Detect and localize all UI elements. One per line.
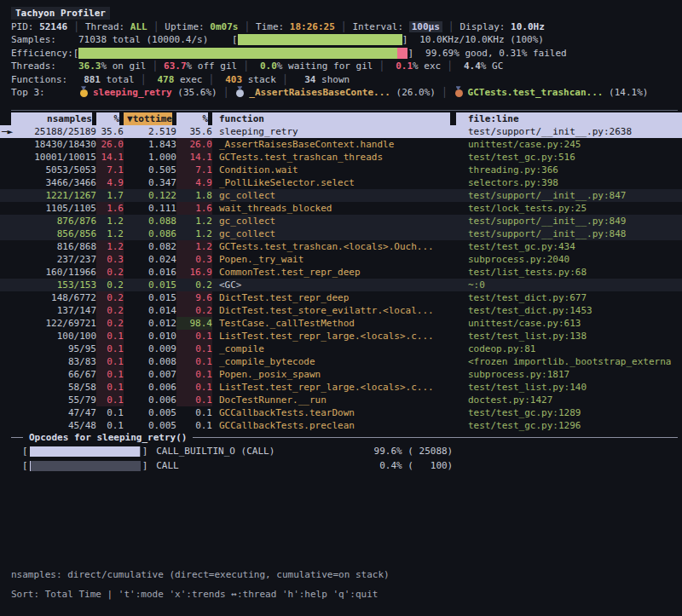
table-row[interactable]: 1221/12671.70.1221.8gc_collecttest/suppo…	[0, 189, 682, 202]
function-name-cell: Popen._posix_spawn	[212, 368, 456, 381]
table-row[interactable]: 160/119660.20.01616.9CommonTest.test_rep…	[0, 266, 682, 279]
pct-cumulative-cell: 98.4	[176, 317, 212, 330]
file-line-cell: test/test_gc.py:1296	[456, 419, 682, 432]
thread-stat-unit: % GC	[481, 60, 504, 72]
column-header-pct-cumulative[interactable]: %	[176, 112, 212, 125]
column-header-nsamples[interactable]: nsamples	[11, 112, 96, 125]
function-name-cell: gc_collect	[212, 227, 456, 240]
pct-direct-cell: 0.1	[96, 419, 124, 432]
pct-direct-cell: 4.9	[96, 176, 124, 189]
function-name-cell: GCCallbackTests.preclean	[212, 419, 456, 432]
table-row[interactable]: 10001/1001514.11.00014.1GCTests.test_tra…	[0, 151, 682, 164]
column-header-pct-direct[interactable]: %	[96, 112, 124, 125]
tottime-cell: 0.012	[124, 317, 176, 330]
thread-stat-value: 0.0	[255, 60, 277, 72]
table-row[interactable]: 5053/50537.10.5057.1Condition.waitthread…	[0, 164, 682, 176]
table-row[interactable]: 58/580.10.0060.1ListTest.test_repr_large…	[0, 381, 682, 394]
function-name-cell: Condition.wait	[212, 164, 456, 176]
file-line-cell: test/test_dict.py:677	[456, 291, 682, 304]
rule-line	[193, 437, 678, 438]
function-count-unit: stack	[242, 74, 276, 85]
pct-cumulative-cell: 0.1	[176, 381, 212, 394]
function-count-value: 478	[152, 74, 174, 85]
function-name-cell: CommonTest.test_repr_deep	[212, 266, 456, 279]
nsamples-cell: 18430/18430	[11, 138, 96, 151]
table-row[interactable]: 816/8681.20.0821.2GCTests.test_trashcan.…	[0, 240, 682, 253]
tottime-cell: 0.014	[124, 304, 176, 317]
efficiency-good-segment	[78, 48, 397, 59]
table-row[interactable]: 137/1470.20.0140.2DictTest.test_store_ev…	[0, 304, 682, 317]
thread-stat-value: 0.1	[390, 60, 413, 72]
pct-direct-cell: 0.1	[96, 368, 124, 381]
column-header-function[interactable]: function	[212, 112, 456, 125]
table-row[interactable]: 83/830.10.0080.1_compile_bytecode<frozen…	[0, 355, 682, 368]
table-row[interactable]: 876/8761.20.0881.2gc_collecttest/support…	[0, 215, 682, 227]
separator: │	[436, 87, 454, 98]
thread-label: Thread:	[85, 21, 124, 32]
function-name-cell: _AssertRaisesBaseContext.handle	[212, 138, 456, 151]
top3-label: Top 3:	[11, 87, 78, 98]
pct-direct-cell: 0.3	[96, 253, 124, 266]
table-row[interactable]: 122/697210.20.01298.4TestCase._callTestM…	[0, 317, 682, 330]
functions-label: Functions:	[11, 74, 78, 85]
column-header-tottime-sorted[interactable]: ▼tottime	[124, 112, 176, 125]
pct-cumulative-cell: 9.6	[176, 291, 212, 304]
rule-line	[11, 437, 23, 438]
bar-close-bracket: ]	[407, 48, 413, 59]
table-row[interactable]: 66/670.10.0070.1Popen._posix_spawnsubpro…	[0, 368, 682, 381]
uptime-label: Uptime:	[165, 21, 204, 32]
top-function-name[interactable]: sleeping_retry	[93, 87, 172, 98]
function-name-cell: ListTest.test_repr_large.<locals>.c...	[212, 330, 456, 343]
file-line-cell: ~:0	[456, 279, 682, 291]
file-line-cell: unittest/case.py:245	[456, 138, 682, 151]
column-header-file-line[interactable]: file:line	[456, 112, 682, 125]
nsamples-cell: 10001/10015	[11, 151, 96, 164]
tottime-cell: 0.006	[124, 394, 176, 406]
thread-stat-value: 63.7	[164, 60, 187, 72]
nsamples-cell: 876/876	[11, 215, 96, 227]
selection-arrow-icon: ─►	[2, 125, 13, 138]
opcodes-body: []CALL_BUILTIN_O (CALL)99.6% ( 25088)[]C…	[0, 444, 682, 473]
top-function-name[interactable]: GCTests.test_trashcan...	[468, 87, 604, 98]
pct-cumulative-cell: 4.9	[176, 176, 212, 189]
tottime-cell: 0.007	[124, 368, 176, 381]
table-row[interactable]: 148/67720.20.0159.6DictTest.test_repr_de…	[0, 291, 682, 304]
table-row[interactable]: 3466/34664.90.3474.9_PollLikeSelector.se…	[0, 176, 682, 189]
nsamples-cell: 83/83	[11, 355, 96, 368]
file-line-cell: test/list_tests.py:68	[456, 266, 682, 279]
separator: │	[147, 21, 165, 32]
table-row[interactable]: 95/950.10.0090.1_compilecodeop.py:81	[0, 343, 682, 355]
interval-value: 100µs	[409, 21, 442, 32]
pct-cumulative-cell: 1.6	[176, 202, 212, 215]
pct-direct-cell: 0.2	[96, 266, 124, 279]
nsamples-cell: 160/11966	[11, 266, 96, 279]
function-name-cell: _PollLikeSelector.select	[212, 176, 456, 189]
bar-close-bracket: ]	[402, 34, 408, 45]
table-row[interactable]: 1105/11051.60.1111.6wait_threads_blocked…	[0, 202, 682, 215]
pct-direct-cell: 1.6	[96, 202, 124, 215]
table-row[interactable]: 55/790.10.0060.1DocTestRunner.__rundocte…	[0, 394, 682, 406]
opcode-stat: 99.6% ( 25088)	[350, 446, 453, 457]
table-row[interactable]: 47/470.10.0050.1GCCallbackTests.tearDown…	[0, 406, 682, 419]
table-row[interactable]: ─►25188/2518935.62.51935.6sleeping_retry…	[0, 125, 682, 138]
pct-direct-cell: 0.1	[96, 355, 124, 368]
pct-cumulative-cell: 0.1	[176, 368, 212, 381]
table-row[interactable]: 856/8561.20.0861.2gc_collecttest/support…	[0, 227, 682, 240]
top-function-name[interactable]: _AssertRaisesBaseConte...	[249, 87, 390, 98]
table-row[interactable]: 153/1530.20.0150.2<GC>~:0	[0, 279, 682, 291]
file-line-cell: codeop.py:81	[456, 343, 682, 355]
function-name-cell: _compile	[212, 343, 456, 355]
pct-direct-cell: 0.2	[96, 304, 124, 317]
table-row[interactable]: 100/1000.10.0100.1ListTest.test_repr_lar…	[0, 330, 682, 343]
table-row[interactable]: 45/480.10.0050.1GCCallbackTests.preclean…	[0, 419, 682, 432]
separator: │	[237, 60, 255, 72]
file-line-cell: selectors.py:398	[456, 176, 682, 189]
separator: │	[146, 60, 164, 72]
tottime-cell: 0.005	[124, 419, 176, 432]
nsamples-cell: 100/100	[11, 330, 96, 343]
table-row[interactable]: 18430/1843026.01.84326.0_AssertRaisesBas…	[0, 138, 682, 151]
thread-value[interactable]: ALL	[130, 21, 147, 32]
samples-label: Samples:	[11, 34, 78, 45]
pct-direct-cell: 0.1	[96, 381, 124, 394]
table-row[interactable]: 237/2370.30.0240.3Popen._try_waitsubproc…	[0, 253, 682, 266]
